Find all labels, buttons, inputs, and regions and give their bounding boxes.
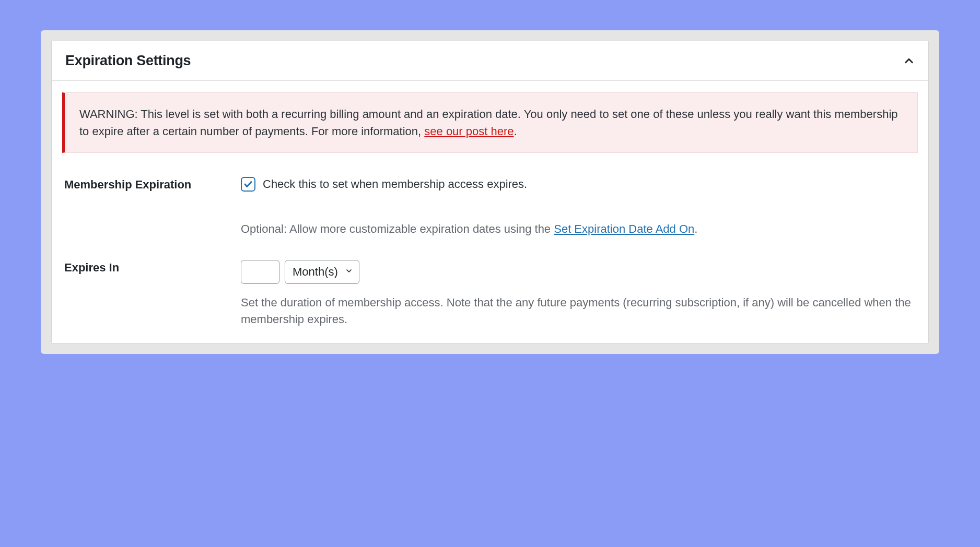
expires-in-label: Expires In	[62, 260, 241, 275]
warning-text: WARNING: This level is set with both a r…	[79, 105, 903, 140]
panel-inner: Expiration Settings WARNING: This level …	[51, 41, 929, 343]
settings-panel: Expiration Settings WARNING: This level …	[41, 30, 939, 354]
expires-controls: Month(s)	[241, 260, 918, 284]
panel-header[interactable]: Expiration Settings	[52, 41, 928, 81]
check-icon	[243, 180, 253, 189]
period-select[interactable]: Month(s)	[285, 260, 359, 284]
panel-title: Expiration Settings	[65, 53, 191, 69]
warning-text-suffix: .	[514, 125, 517, 138]
expires-number-input[interactable]	[241, 260, 279, 284]
addon-link[interactable]: Set Expiration Date Add On	[554, 222, 694, 235]
expires-in-field: Month(s) Set the duration of membership …	[241, 260, 918, 328]
warning-link[interactable]: see our post here	[424, 125, 514, 138]
membership-expiration-label: Membership Expiration	[62, 177, 241, 192]
checkbox-label: Check this to set when membership access…	[263, 177, 527, 191]
panel-body: WARNING: This level is set with both a r…	[52, 81, 928, 343]
membership-expiration-checkbox[interactable]	[241, 177, 255, 192]
membership-expiration-helper: Optional: Allow more customizable expira…	[241, 221, 918, 238]
helper-prefix: Optional: Allow more customizable expira…	[241, 222, 554, 235]
helper-suffix: .	[694, 222, 697, 235]
warning-box: WARNING: This level is set with both a r…	[62, 92, 918, 153]
membership-expiration-field: Check this to set when membership access…	[241, 177, 918, 238]
checkbox-row: Check this to set when membership access…	[241, 177, 918, 192]
expires-in-row: Expires In Month(s)	[62, 260, 918, 328]
chevron-up-icon	[903, 55, 915, 67]
membership-expiration-row: Membership Expiration Check this to set …	[62, 177, 918, 238]
period-select-wrap: Month(s)	[285, 260, 359, 284]
expires-helper: Set the duration of membership access. N…	[241, 294, 918, 328]
